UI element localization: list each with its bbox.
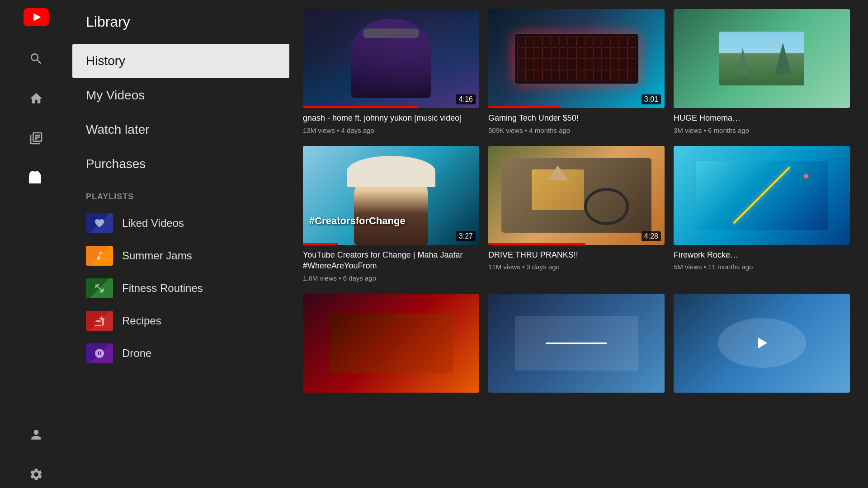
video-meta-v2: 509K views • 4 months ago — [488, 127, 665, 134]
video-card-v9[interactable] — [674, 294, 850, 393]
sidebar: Library History My Videos Watch later Pu… — [72, 0, 289, 488]
playlist-item-liked[interactable]: Liked Videos — [72, 207, 289, 239]
video-thumbnail-v1: 4:16 — [303, 9, 479, 108]
playlists-header: PLAYLISTS — [72, 181, 289, 207]
video-card-v3[interactable]: HUGE Homema… 3M views • 6 months ago — [674, 9, 850, 137]
video-title-v4: YouTube Creators for Change | Maha Jaafa… — [303, 249, 479, 272]
main-content: 4:16 gnash - home ft. johnny yukon [musi… — [289, 0, 868, 488]
video-info-v1: gnash - home ft. johnny yukon [music vid… — [303, 108, 479, 136]
playlist-name-drone: Drone — [122, 347, 151, 360]
playlist-name-liked: Liked Videos — [122, 217, 184, 230]
video-card-v5[interactable]: 4:28 DRIVE THRU PRANKS!! 11M views • 3 d… — [488, 146, 665, 285]
video-info-v6: Firework Rocke… 5M views • 11 months ago — [674, 245, 850, 273]
playlist-item-recipes[interactable]: Recipes — [72, 305, 289, 337]
video-card-v4[interactable]: #CreatorsforChange 3:27 YouTube Creators… — [303, 146, 479, 285]
progress-bar-v1 — [303, 106, 418, 108]
video-duration-v2: 3:01 — [642, 94, 661, 104]
progress-bar-v4 — [303, 243, 338, 245]
playlist-name-summer: Summer Jams — [122, 249, 192, 262]
video-duration-v1: 4:16 — [456, 94, 476, 104]
playlist-thumb-summer — [86, 246, 113, 266]
nav-search[interactable] — [23, 45, 50, 72]
overlay-text-v4: #CreatorsforChange — [309, 215, 406, 227]
video-meta-v5: 11M views • 3 days ago — [488, 263, 665, 271]
playlist-item-drone[interactable]: Drone — [72, 337, 289, 370]
video-card-v2[interactable]: document.currentScript.parentElement.inn… — [488, 9, 665, 137]
youtube-logo[interactable] — [24, 8, 49, 28]
playlist-name-recipes: Recipes — [122, 314, 161, 327]
playlist-thumb-drone — [86, 343, 113, 363]
video-info-v3: HUGE Homema… 3M views • 6 months ago — [674, 108, 850, 136]
video-title-v2: Gaming Tech Under $50! — [488, 113, 665, 123]
video-card-v8[interactable] — [488, 294, 665, 393]
sidebar-item-history[interactable]: History — [72, 44, 289, 78]
sidebar-item-my-videos[interactable]: My Videos — [72, 78, 289, 113]
video-thumbnail-v8 — [488, 294, 665, 393]
playlist-thumb-fitness — [86, 278, 113, 298]
video-grid: 4:16 gnash - home ft. johnny yukon [musi… — [303, 9, 854, 393]
video-thumbnail-v6 — [674, 146, 850, 245]
video-meta-v3: 3M views • 6 months ago — [674, 127, 850, 134]
video-info-v2: Gaming Tech Under $50! 509K views • 4 mo… — [488, 108, 665, 136]
playlist-name-fitness: Fitness Routines — [122, 282, 203, 295]
icon-bar — [0, 0, 72, 488]
video-duration-v5: 4:28 — [642, 231, 661, 241]
progress-bar-v2 — [488, 106, 559, 108]
playlist-item-summer-jams[interactable]: Summer Jams — [72, 239, 289, 272]
video-thumbnail-v7 — [303, 294, 479, 393]
nav-home[interactable] — [23, 85, 50, 112]
video-title-v6: Firework Rocke… — [674, 249, 850, 260]
video-thumbnail-v3 — [674, 9, 850, 108]
video-thumbnail-v2: document.currentScript.parentElement.inn… — [488, 9, 665, 108]
video-card-v6[interactable]: Firework Rocke… 5M views • 11 months ago — [674, 146, 850, 285]
video-thumbnail-v4: #CreatorsforChange 3:27 — [303, 146, 479, 245]
nav-account[interactable] — [23, 421, 50, 448]
video-card-v7[interactable] — [303, 294, 479, 393]
nav-subscriptions[interactable] — [23, 125, 50, 152]
video-thumbnail-v9 — [674, 294, 850, 393]
video-info-v4: YouTube Creators for Change | Maha Jaafa… — [303, 245, 479, 285]
page-title: Library — [72, 9, 289, 44]
video-title-v5: DRIVE THRU PRANKS!! — [488, 249, 665, 260]
playlist-thumb-recipes — [86, 311, 113, 331]
video-title-v3: HUGE Homema… — [674, 113, 850, 123]
video-meta-v6: 5M views • 11 months ago — [674, 263, 850, 271]
video-thumbnail-v5: 4:28 — [488, 146, 665, 245]
video-card-v1[interactable]: 4:16 gnash - home ft. johnny yukon [musi… — [303, 9, 479, 137]
nav-settings[interactable] — [23, 461, 50, 488]
sidebar-item-watch-later[interactable]: Watch later — [72, 113, 289, 147]
video-meta-v1: 13M views • 4 days ago — [303, 127, 479, 134]
video-meta-v4: 1.6M views • 6 days ago — [303, 274, 479, 282]
playlist-item-fitness[interactable]: Fitness Routines — [72, 272, 289, 305]
sidebar-item-purchases[interactable]: Purchases — [72, 147, 289, 181]
progress-bar-v5 — [488, 243, 585, 245]
video-info-v5: DRIVE THRU PRANKS!! 11M views • 3 days a… — [488, 245, 665, 273]
video-title-v1: gnash - home ft. johnny yukon [music vid… — [303, 113, 479, 123]
video-duration-v4: 3:27 — [456, 231, 476, 241]
nav-library[interactable] — [23, 164, 50, 192]
playlist-thumb-liked — [86, 213, 113, 233]
